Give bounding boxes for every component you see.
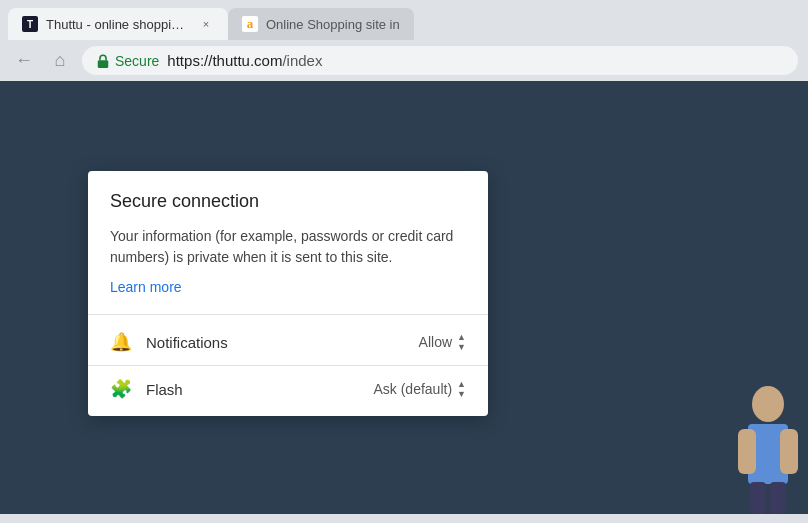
popup-title: Secure connection [110,191,466,212]
home-button[interactable]: ⌂ [46,47,74,75]
back-button[interactable]: ← [10,47,38,75]
notifications-value-control[interactable]: Allow ▲ ▼ [419,333,466,352]
amazon-favicon: a [242,16,258,32]
tab-bar: T Thuttu - online shopping deals × a Onl… [0,0,808,40]
woman-image [728,374,808,514]
svg-rect-0 [98,60,109,68]
flash-row: 🧩 Flash Ask (default) ▲ ▼ [88,366,488,412]
notifications-label: Notifications [146,334,405,351]
notifications-row: 🔔 Notifications Allow ▲ ▼ [88,319,488,365]
secure-indicator: Secure [96,53,159,69]
tab-amazon[interactable]: a Online Shopping site in [228,8,414,40]
svg-rect-4 [780,429,798,474]
url-domain: https://thuttu.com [167,52,282,69]
tab-close-button[interactable]: × [198,16,214,32]
address-bar[interactable]: Secure https://thuttu.com/index [82,46,798,75]
tab-thuttu[interactable]: T Thuttu - online shopping deals × [8,8,228,40]
flash-label: Flash [146,381,359,398]
page-background: Secure connection Your information (for … [0,81,808,514]
notifications-chevron-icon: ▲ ▼ [457,333,466,352]
svg-rect-3 [738,429,756,474]
svg-rect-6 [770,482,786,514]
svg-point-1 [752,386,784,422]
thuttu-favicon: T [22,16,38,32]
learn-more-link[interactable]: Learn more [110,279,182,295]
flash-value-control[interactable]: Ask (default) ▲ ▼ [373,380,466,399]
security-popup: Secure connection Your information (for … [88,171,488,416]
url-path: /index [282,52,322,69]
secure-text: Secure [115,53,159,69]
permissions-section: 🔔 Notifications Allow ▲ ▼ 🧩 Flash Ask (d… [88,315,488,416]
address-bar-row: ← ⌂ Secure https://thuttu.com/index [0,40,808,81]
puzzle-icon: 🧩 [110,378,132,400]
lock-icon [96,54,110,68]
flash-value-text: Ask (default) [373,381,452,397]
bell-icon: 🔔 [110,331,132,353]
amazon-tab-title: Online Shopping site in [266,17,400,32]
popup-top-section: Secure connection Your information (for … [88,171,488,314]
popup-body-text: Your information (for example, passwords… [110,226,466,268]
flash-chevron-icon: ▲ ▼ [457,380,466,399]
thuttu-tab-title: Thuttu - online shopping deals [46,17,190,32]
url-display: https://thuttu.com/index [167,52,322,69]
svg-rect-5 [750,482,766,514]
browser-chrome: T Thuttu - online shopping deals × a Onl… [0,0,808,81]
notifications-value-text: Allow [419,334,452,350]
